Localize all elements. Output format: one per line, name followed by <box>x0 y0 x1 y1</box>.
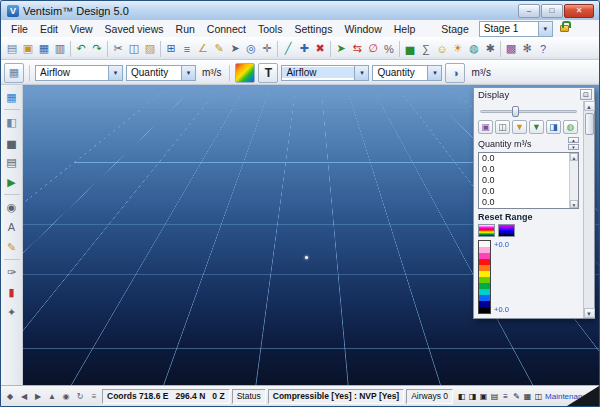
list-item[interactable]: 0.0 <box>479 164 569 175</box>
airflow-combobox-2[interactable]: Airflow ▾ <box>281 65 369 81</box>
run-airflow-icon[interactable]: ➤ <box>333 39 349 58</box>
visibility-icon[interactable]: ≡ <box>88 389 100 404</box>
paint-tool-icon[interactable]: ▮ <box>3 283 21 301</box>
airflow-combobox-1[interactable]: Airflow ▾ <box>35 65 123 81</box>
refresh-view-icon[interactable]: ↻ <box>74 389 86 404</box>
close-button[interactable]: ✕ <box>564 4 594 18</box>
spreadsheet-icon[interactable]: ▤ <box>3 153 21 171</box>
layers-icon[interactable]: ≡ <box>179 39 195 58</box>
color-scale-cool-icon[interactable] <box>498 224 515 237</box>
colors-icon[interactable]: ▩ <box>503 39 519 58</box>
menu-item-edit[interactable]: Edit <box>34 22 64 36</box>
scroll-down-icon[interactable]: ▼ <box>584 308 595 318</box>
capture-icon[interactable]: ◉ <box>60 389 72 404</box>
tab-save-gas-icon[interactable]: ▼ <box>529 120 544 134</box>
reverse-flow-icon[interactable]: ⇆ <box>349 39 365 58</box>
toggle-shading-icon[interactable]: ◧ <box>457 392 466 401</box>
print-icon[interactable]: ▥ <box>52 39 68 58</box>
scroll-up-icon[interactable]: ▲ <box>570 153 578 161</box>
transparency-slider[interactable] <box>478 105 579 117</box>
tab-layers-icon[interactable]: ◨ <box>546 120 561 134</box>
graph-view-icon[interactable]: ▅ <box>3 133 21 151</box>
menu-item-help[interactable]: Help <box>388 22 422 36</box>
cut-icon[interactable]: ✂ <box>110 39 126 58</box>
scroll-down-icon[interactable]: ▼ <box>570 200 578 208</box>
display-panel-header[interactable]: Display ⊡ <box>474 88 594 101</box>
tab-general-icon[interactable]: ▣ <box>478 120 493 134</box>
add-object-icon[interactable]: ✚ <box>296 39 312 58</box>
display-mode-icon[interactable]: ▦ <box>4 63 24 83</box>
block-airway-icon[interactable]: ∅ <box>365 39 381 58</box>
paste-icon[interactable]: ▨ <box>142 39 158 58</box>
edit-pencil-icon[interactable]: ✎ <box>211 39 227 58</box>
comfort-icon[interactable]: ☺ <box>434 39 450 58</box>
menu-item-file[interactable]: File <box>5 22 34 36</box>
list-item[interactable]: 0.0 <box>479 197 569 208</box>
toggle-edit-icon[interactable]: ✎ <box>512 392 521 401</box>
toggle-grid-icon[interactable]: ▦ <box>523 392 532 401</box>
plan-view-icon[interactable]: ▲ <box>46 389 58 404</box>
pan-icon[interactable]: ✛ <box>259 39 275 58</box>
zoom-icon[interactable]: ◎ <box>243 39 259 58</box>
layer-manager-icon[interactable]: ▦ <box>3 88 21 106</box>
minimize-button[interactable]: – <box>518 4 540 18</box>
view-3d-icon[interactable]: ◧ <box>3 113 21 131</box>
toggle-levels-icon[interactable]: ▤ <box>490 392 499 401</box>
slider-track[interactable] <box>480 110 577 113</box>
color-scale-rainbow-icon[interactable] <box>478 224 495 237</box>
quantity-combobox-1[interactable]: Quantity ▾ <box>126 65 196 81</box>
measure-icon[interactable]: ∠ <box>195 39 211 58</box>
menu-item-connect[interactable]: Connect <box>201 22 252 36</box>
tab-world-icon[interactable]: ◍ <box>563 120 578 134</box>
origin-view-icon[interactable]: ◆ <box>4 389 16 404</box>
more-tools-icon[interactable]: ✦ <box>3 303 21 321</box>
eyedropper-icon[interactable]: ✑ <box>3 263 21 281</box>
tab-air-icon[interactable]: ◫ <box>495 120 510 134</box>
step-forward-icon[interactable]: ▶ <box>32 389 44 404</box>
toggle-solid-icon[interactable]: ◨ <box>468 392 477 401</box>
spin-down-icon[interactable]: ▼ <box>568 144 579 150</box>
heat-sim-icon[interactable]: ☀ <box>450 39 466 58</box>
color-swatch-icon[interactable]: ▧ <box>235 63 255 83</box>
list-item[interactable]: 0.0 <box>479 153 569 164</box>
panel-scrollbar[interactable]: ▲ ▼ <box>583 101 594 318</box>
undo-icon[interactable]: ↶ <box>73 39 89 58</box>
slider-thumb[interactable] <box>512 106 519 117</box>
save-file-icon[interactable]: ▦ <box>36 39 52 58</box>
rotate-display-icon[interactable]: ◑ <box>445 63 465 83</box>
range-listbox[interactable]: 0.0 0.0 0.0 0.0 0.0 ▲ ▼ <box>478 152 579 209</box>
step-back-icon[interactable]: ◀ <box>18 389 30 404</box>
percent-icon[interactable]: % <box>381 39 397 58</box>
draw-airway-icon[interactable]: ╱ <box>280 39 296 58</box>
menu-item-view[interactable]: View <box>64 22 99 36</box>
legend-strip[interactable] <box>478 240 491 314</box>
panel-dock-icon[interactable]: ⊡ <box>580 89 592 100</box>
scrollbar-thumb[interactable] <box>585 113 594 135</box>
summary-icon[interactable]: ∑ <box>418 39 434 58</box>
spin-up-icon[interactable]: ▲ <box>568 137 579 143</box>
menu-item-window[interactable]: Window <box>338 22 387 36</box>
menu-item-run[interactable]: Run <box>170 22 201 36</box>
settings-icon[interactable]: ✻ <box>519 39 535 58</box>
toggle-nodes-icon[interactable]: ▣ <box>479 392 488 401</box>
maximize-button[interactable]: □ <box>541 4 563 18</box>
list-item[interactable]: 0.0 <box>479 186 569 197</box>
scroll-up-icon[interactable]: ▲ <box>584 101 595 111</box>
help-icon[interactable]: ? <box>535 39 551 58</box>
viewport-3d[interactable]: Display ⊡ ▣ ◫ ▼ ▼ ◨ <box>23 85 599 385</box>
snapshot-icon[interactable]: ◉ <box>3 198 21 216</box>
gas-sim-icon[interactable]: ◍ <box>466 39 482 58</box>
toggle-split-icon[interactable]: ◫ <box>534 392 543 401</box>
edit-tool-icon[interactable]: ✎ <box>3 238 21 256</box>
delete-object-icon[interactable]: ✖ <box>312 39 328 58</box>
list-item[interactable]: 0.0 <box>479 175 569 186</box>
menu-item-settings[interactable]: Settings <box>288 22 338 36</box>
grid-snap-icon[interactable]: ⊞ <box>163 39 179 58</box>
dust-sim-icon[interactable]: ✱ <box>482 39 498 58</box>
select-arrow-icon[interactable]: ➤ <box>227 39 243 58</box>
menu-item-saved-views[interactable]: Saved views <box>99 22 170 36</box>
open-file-icon[interactable]: ▣ <box>20 39 36 58</box>
quantity-combobox-2[interactable]: Quantity ▾ <box>372 65 442 81</box>
stage-combobox[interactable]: Stage 1 ▾ <box>479 21 553 37</box>
reset-range-button[interactable]: Reset Range <box>478 212 533 222</box>
